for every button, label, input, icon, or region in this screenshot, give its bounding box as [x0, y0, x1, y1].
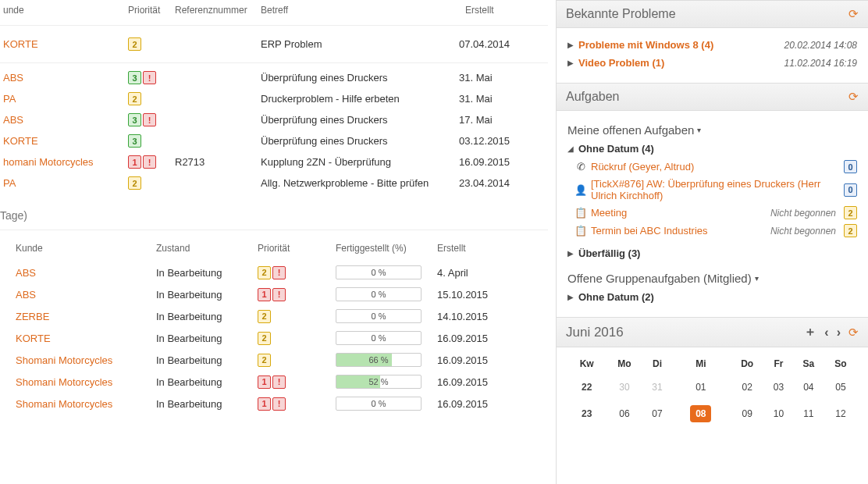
- kunde-link[interactable]: ABS: [3, 114, 23, 126]
- kunde-link[interactable]: ABS: [16, 267, 36, 279]
- cal-day[interactable]: 03: [764, 375, 793, 399]
- problem-link[interactable]: Probleme mit Windows 8 (4): [578, 39, 713, 51]
- panel-problems-title: Bekannte Probleme: [566, 7, 676, 21]
- table-row[interactable]: ABS In Bearbeitung 1! 0 % 15.10.2015: [0, 283, 548, 305]
- cal-day[interactable]: 11: [793, 399, 824, 429]
- task-link[interactable]: Termin bei ABC Industries: [591, 225, 708, 237]
- task-link[interactable]: Rückruf (Geyer, Altrud): [591, 161, 694, 173]
- calendar-head: Juni 2016 ＋ ‹ › ⟳: [557, 317, 868, 347]
- col2-zustand[interactable]: Zustand: [156, 243, 258, 254]
- person-icon: 👤: [575, 184, 586, 196]
- tasks-overdue-toggle[interactable]: ▶ Überfällig (3): [567, 244, 857, 262]
- group-tasks-label: Offene Gruppenaufgaben (Mitglied): [567, 272, 752, 285]
- task-row[interactable]: ✆ Rückruf (Geyer, Altrud) 0: [567, 158, 857, 176]
- erstellt-cell: 15.10.2015: [437, 289, 523, 301]
- table-row[interactable]: ABS 3! Überprüfung eines Druckers 31. Ma…: [0, 62, 548, 88]
- kunde-link[interactable]: Shomani Motorcycles: [16, 354, 112, 366]
- kunde-link[interactable]: KORTE: [3, 135, 38, 147]
- cal-day[interactable]: 09: [730, 399, 764, 429]
- table-row[interactable]: homani Motorcycles 1! R2713 Kupplung 2ZN…: [0, 151, 548, 173]
- col-prio[interactable]: Priorität: [125, 0, 172, 20]
- kunde-link[interactable]: Shomani Motorcycles: [16, 376, 112, 388]
- cal-day[interactable]: 08: [671, 399, 730, 429]
- table-row[interactable]: KORTE 3 Überprüfung eines Druckers 03.12…: [0, 130, 548, 151]
- refresh-icon[interactable]: ⟳: [848, 326, 859, 340]
- table-row[interactable]: ZERBE In Bearbeitung 2 0 % 14.10.2015: [0, 305, 548, 327]
- progress-bar: 0 %: [336, 397, 422, 411]
- col-erstellt[interactable]: Erstellt: [462, 0, 548, 20]
- kunde-link[interactable]: ABS: [16, 289, 36, 301]
- cal-day[interactable]: 01: [671, 375, 730, 399]
- table-row[interactable]: PA 2 Druckerproblem - Hilfe erbeten 31. …: [0, 88, 548, 109]
- table-row[interactable]: Shomani Motorcycles In Bearbeitung 1! 52…: [0, 371, 548, 393]
- task-link[interactable]: Meeting: [591, 207, 627, 219]
- col-betreff[interactable]: Betreff: [258, 0, 462, 20]
- erstellt-cell: 03.12.2015: [459, 135, 545, 147]
- task-row[interactable]: 📋 Termin bei ABC Industries Nicht begonn…: [567, 222, 857, 240]
- caret-down-icon: ◢: [567, 144, 574, 153]
- table-row[interactable]: ABS 3! Überprüfung eines Druckers 17. Ma…: [0, 109, 548, 130]
- task-row[interactable]: 📋 Meeting Nicht begonnen 2: [567, 204, 857, 222]
- refresh-icon[interactable]: ⟳: [848, 7, 859, 21]
- col2-prio[interactable]: Priorität: [258, 243, 336, 254]
- problem-timestamp: 20.02.2014 14:08: [784, 40, 857, 51]
- progress-bar: 66 %: [336, 353, 422, 367]
- group-no-date-toggle[interactable]: ▶ Ohne Datum (2): [567, 288, 857, 306]
- cal-day[interactable]: 10: [764, 399, 793, 429]
- col2-fertig[interactable]: Fertiggestellt (%): [336, 243, 437, 254]
- erstellt-cell: 14.10.2015: [437, 311, 523, 322]
- problem-link[interactable]: Video Problem (1): [578, 57, 664, 69]
- table-row[interactable]: PA 2 Allg. Netzwerkprobleme - Bitte prüf…: [0, 173, 548, 194]
- col-ref[interactable]: Referenznummer: [172, 0, 258, 20]
- col-kunde[interactable]: unde: [0, 0, 125, 20]
- col2-kunde[interactable]: Kunde: [0, 243, 156, 254]
- kunde-link[interactable]: PA: [3, 177, 16, 189]
- calendar-next-icon[interactable]: ›: [837, 326, 841, 340]
- priority-badge: 2: [128, 176, 141, 190]
- kunde-link[interactable]: Shomani Motorcycles: [16, 398, 112, 410]
- calendar-add-icon[interactable]: ＋: [804, 324, 816, 340]
- erstellt-cell: 16.09.2015: [437, 376, 523, 388]
- calendar-prev-icon[interactable]: ‹: [824, 326, 828, 340]
- table-row[interactable]: Shomani Motorcycles In Bearbeitung 2 66 …: [0, 349, 548, 371]
- kunde-link[interactable]: KORTE: [16, 333, 51, 344]
- cal-dow: Di: [643, 352, 672, 375]
- refresh-icon[interactable]: ⟳: [848, 90, 859, 104]
- cal-day[interactable]: 31: [643, 375, 672, 399]
- progress-bar: 0 %: [336, 309, 422, 323]
- table-row[interactable]: KORTE 2 ERP Problem 07.04.2014: [0, 34, 548, 55]
- alert-icon: !: [272, 375, 286, 389]
- erstellt-cell: 16.09.2015: [437, 354, 523, 366]
- problem-row[interactable]: ▶ Video Problem (1) 11.02.2014 16:19: [567, 54, 857, 72]
- panel-tasks-title: Aufgaben: [566, 90, 620, 104]
- caret-right-icon: ▶: [567, 249, 574, 258]
- panel-problems-head: Bekannte Probleme ⟳: [557, 0, 868, 28]
- task-status: Nicht begonnen: [770, 226, 836, 237]
- alert-icon: !: [143, 113, 156, 126]
- task-link[interactable]: [TickX#876] AW: Überprüfung eines Drucke…: [591, 178, 844, 201]
- cal-day[interactable]: 04: [793, 375, 824, 399]
- kunde-link[interactable]: KORTE: [3, 38, 38, 50]
- kunde-link[interactable]: ZERBE: [16, 311, 49, 322]
- my-open-tasks-toggle[interactable]: Meine offenen Aufgaben ▾: [567, 123, 857, 137]
- table-row[interactable]: Shomani Motorcycles In Bearbeitung 1! 0 …: [0, 393, 548, 415]
- problem-row[interactable]: ▶ Probleme mit Windows 8 (4) 20.02.2014 …: [567, 36, 857, 54]
- cal-day[interactable]: 12: [824, 399, 857, 429]
- table-row[interactable]: ABS In Bearbeitung 2! 0 % 4. April: [0, 262, 548, 283]
- tickets-header: unde Priorität Referenznummer Betreff Er…: [0, 0, 548, 26]
- cal-day[interactable]: 06: [606, 399, 642, 429]
- tasks-no-date-toggle[interactable]: ◢ Ohne Datum (4): [567, 140, 857, 158]
- table-row[interactable]: KORTE In Bearbeitung 2 0 % 16.09.2015: [0, 327, 548, 349]
- col2-erstellt[interactable]: Erstellt: [437, 243, 523, 254]
- kunde-link[interactable]: ABS: [3, 72, 23, 84]
- kunde-link[interactable]: homani Motorcycles: [3, 156, 94, 168]
- cal-day[interactable]: 02: [730, 375, 764, 399]
- cal-day[interactable]: 07: [643, 399, 672, 429]
- group-tasks-toggle[interactable]: Offene Gruppenaufgaben (Mitglied) ▾: [567, 272, 857, 285]
- kunde-link[interactable]: PA: [3, 93, 16, 105]
- task-row[interactable]: 👤 [TickX#876] AW: Überprüfung eines Druc…: [567, 176, 857, 204]
- priority-badge: 3: [128, 134, 141, 148]
- cal-day[interactable]: 30: [606, 375, 642, 399]
- cal-day[interactable]: 05: [824, 375, 857, 399]
- priority-badge: 2: [258, 354, 271, 367]
